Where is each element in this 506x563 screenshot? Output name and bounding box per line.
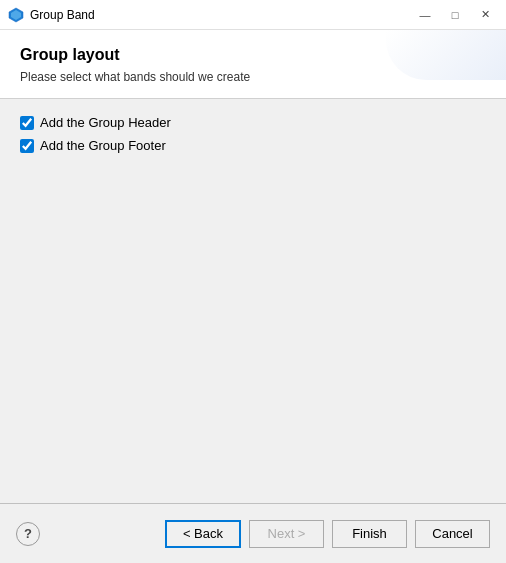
finish-button[interactable]: Finish (332, 520, 407, 548)
group-header-checkbox-item[interactable]: Add the Group Header (20, 115, 486, 130)
group-footer-checkbox[interactable] (20, 139, 34, 153)
window-controls: — □ ✕ (412, 5, 498, 25)
back-button[interactable]: < Back (165, 520, 241, 548)
window-title: Group Band (30, 8, 412, 22)
maximize-button[interactable]: □ (442, 5, 468, 25)
page-subtitle: Please select what bands should we creat… (20, 70, 486, 84)
footer: ? < Back Next > Finish Cancel (0, 503, 506, 563)
title-bar: Group Band — □ ✕ (0, 0, 506, 30)
close-button[interactable]: ✕ (472, 5, 498, 25)
page-title: Group layout (20, 46, 486, 64)
content-area: Group layout Please select what bands sh… (0, 30, 506, 503)
footer-right: < Back Next > Finish Cancel (165, 520, 490, 548)
main-area: Add the Group Header Add the Group Foote… (0, 99, 506, 503)
group-header-checkbox[interactable] (20, 116, 34, 130)
app-icon (8, 7, 24, 23)
help-button[interactable]: ? (16, 522, 40, 546)
header-section: Group layout Please select what bands sh… (0, 30, 506, 99)
group-footer-label: Add the Group Footer (40, 138, 166, 153)
footer-left: ? (16, 522, 40, 546)
group-header-label: Add the Group Header (40, 115, 171, 130)
group-footer-checkbox-item[interactable]: Add the Group Footer (20, 138, 486, 153)
minimize-button[interactable]: — (412, 5, 438, 25)
cancel-button[interactable]: Cancel (415, 520, 490, 548)
next-button[interactable]: Next > (249, 520, 324, 548)
